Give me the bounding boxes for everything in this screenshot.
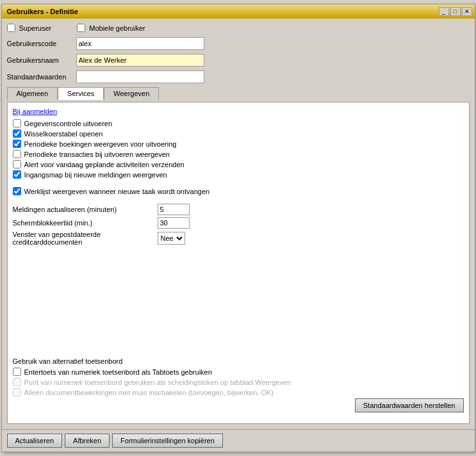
window-title: Gebruikers - Definitie [4,8,78,15]
checkbox-row-cb1: Gegevenscontrole uitvoeren [13,119,464,127]
footer-buttons: Actualiseren Afbreken Formulierinstellin… [2,429,475,452]
tab-weergeven[interactable]: Weergeven [104,87,159,100]
meldingen-input[interactable] [158,204,190,215]
bij-aanmelden-link[interactable]: Bij aanmelden [13,108,464,115]
afbreken-button[interactable]: Afbreken [65,434,110,448]
maximize-button[interactable]: □ [450,7,461,16]
window-body: Superuser Mobiele gebruiker Gebruikersco… [2,19,475,429]
standaard-btn-container: Standaardwaarden herstellen [13,398,464,415]
keyboard-cb3-row: Alleen documentbewerkingen met muis insc… [13,388,464,396]
scherm-label: Schermblokkeertiid (min.) [13,219,154,227]
mobiele-checkbox-row: Mobiele gebruiker [77,24,145,32]
keyboard-cb1-row: Entertoets van numeriek toetsenbord als … [13,368,464,376]
tab-services[interactable]: Services [58,87,104,100]
checkbox-row-cb2: Wisselkoerstabel openen [13,129,464,138]
venster-row: Venster van gepostdateerde creditcarddoc… [13,231,464,246]
keyboard-cb3-checkbox[interactable] [13,388,21,396]
standaardwaarden-input[interactable] [76,70,204,83]
checkbox-label-cb6: Ingangsmap bij nieuwe meldingen weergeve… [24,171,167,179]
checkbox-cb5[interactable] [13,160,21,168]
checkbox-row-cb3: Periodieke boekingen weergeven voor uitv… [13,140,464,148]
checkbox-cb6[interactable] [13,170,21,179]
keyboard-cb2-checkbox[interactable] [13,378,21,386]
close-button[interactable]: ✕ [462,7,472,16]
checkbox-row-cb5: Alert voor vandaag geplande activiteiten… [13,160,464,168]
checkbox-row-cb6: Ingangsmap bij nieuwe meldingen weergeve… [13,170,464,179]
formulier-button[interactable]: Formulierinstellingen kopiëren [112,434,223,448]
superuser-row: Superuser Mobiele gebruiker [7,24,470,32]
keyboard-section: Gebruik van alternatief toetsenbord Ente… [13,357,464,398]
tabs-container: Algemeen Services Weergeven [7,87,470,99]
keyboard-cb1-label: Entertoets van numeriek toetsenbord als … [24,368,212,376]
gebruikersnaam-input[interactable] [76,54,204,67]
checkbox-label-cb3: Periodieke boekingen weergeven voor uitv… [24,140,177,148]
superuser-checkbox-row: Superuser [7,24,52,32]
scherm-row: Schermblokkeertiid (min.) [13,217,464,229]
tabs: Algemeen Services Weergeven [7,87,160,100]
minimize-button[interactable]: _ [439,7,449,16]
keyboard-cb2-label: Punt van numeriek toetsenbord gebruiken … [24,379,291,386]
checkbox-cb4[interactable] [13,150,21,158]
checkbox-cb3[interactable] [13,140,21,148]
checkbox-label-cb4: Periodieke transacties bij uitvoeren wee… [24,151,170,158]
keyboard-cb3-label: Alleen documentbewerkingen met muis insc… [24,389,274,396]
checkbox-label-cb2: Wisselkoerstabel openen [24,130,103,138]
werklijst-checkbox[interactable] [13,187,21,195]
spacer-area [13,248,464,357]
checkbox-cb1[interactable] [13,119,21,127]
window-controls: _ □ ✕ [439,7,472,16]
werklijst-row: Werklijst weergeven wanneer nieuwe taak … [13,187,464,195]
mobiele-label: Mobiele gebruiker [89,24,145,32]
superuser-label: Superuser [19,24,52,32]
meldingen-label: Meldingen actualiseren (minuten) [13,206,154,213]
tab-content-services: Bij aanmelden Gegevenscontrole uitvoeren… [7,102,470,424]
superuser-checkbox[interactable] [7,24,15,32]
tab-content-inner: Bij aanmelden Gegevenscontrole uitvoeren… [13,108,464,415]
standaard-button[interactable]: Standaardwaarden herstellen [355,398,464,412]
title-bar: Gebruikers - Definitie _ □ ✕ [2,4,475,19]
meldingen-row: Meldingen actualiseren (minuten) [13,204,464,215]
venster-label: Venster van gepostdateerde creditcarddoc… [13,231,154,246]
gebruikerscode-input[interactable] [76,37,204,50]
checkbox-label-cb5: Alert voor vandaag geplande activiteiten… [24,161,185,168]
standaardwaarden-label: Standaardwaarden [7,73,71,81]
tab-algemeen[interactable]: Algemeen [7,87,58,100]
actualiseren-button[interactable]: Actualiseren [7,434,63,448]
checkboxes-container: Gegevenscontrole uitvoerenWisselkoerstab… [13,119,464,181]
werklijst-label: Werklijst weergeven wanneer nieuwe taak … [24,188,210,195]
gebruikerscode-label: Gebruikerscode [7,40,71,47]
checkbox-row-cb4: Periodieke transacties bij uitvoeren wee… [13,150,464,158]
gebruikersnaam-label: Gebruikersnaam [7,56,71,64]
keyboard-title: Gebruik van alternatief toetsenbord [13,357,464,365]
main-window: Gebruikers - Definitie _ □ ✕ Superuser M… [1,4,475,452]
mobiele-checkbox[interactable] [77,24,85,32]
scherm-input[interactable] [158,217,190,229]
gebruikersnaam-row: Gebruikersnaam [7,54,470,67]
venster-select[interactable]: Nee Ja [158,232,185,245]
checkbox-label-cb1: Gegevenscontrole uitvoeren [24,120,113,127]
gebruikerscode-row: Gebruikerscode [7,37,470,50]
checkbox-cb2[interactable] [13,129,21,138]
keyboard-cb1-checkbox[interactable] [13,368,21,376]
standaardwaarden-row: Standaardwaarden [7,70,470,83]
keyboard-cb2-row: Punt van numeriek toetsenbord gebruiken … [13,378,464,386]
